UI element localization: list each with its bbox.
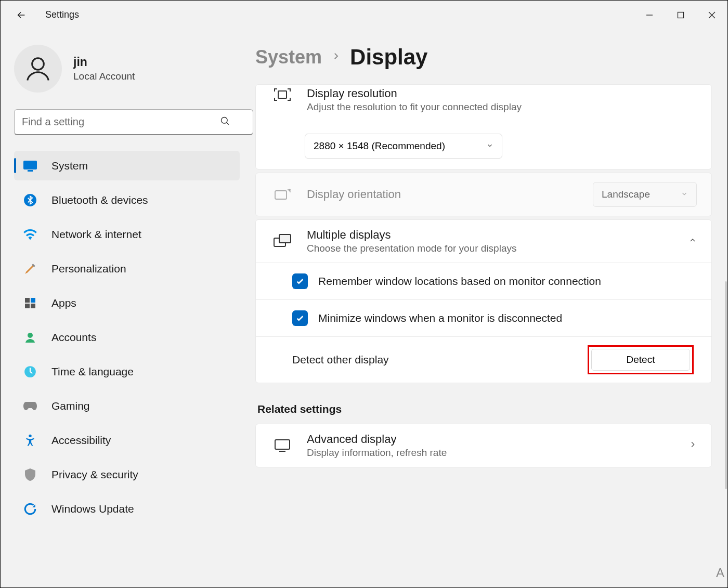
nav-item-network[interactable]: Network & internet xyxy=(14,219,240,249)
multiple-subtitle: Choose the presentation mode for your di… xyxy=(307,243,682,254)
chevron-down-icon xyxy=(486,140,493,152)
advanced-subtitle: Display information, refresh rate xyxy=(307,447,682,459)
accessibility-icon xyxy=(22,433,38,448)
accounts-icon xyxy=(22,330,38,345)
back-button[interactable] xyxy=(11,5,32,25)
username: jin xyxy=(73,55,135,70)
search-wrap xyxy=(14,109,240,135)
svg-line-6 xyxy=(227,123,229,125)
nav-item-privacy[interactable]: Privacy & security xyxy=(14,460,240,489)
minimize-windows-row[interactable]: Minimize windows when a monitor is disco… xyxy=(256,299,711,336)
nav-label: Time & language xyxy=(51,365,134,378)
nav-label: Windows Update xyxy=(51,503,134,515)
search-icon xyxy=(220,116,230,128)
arrow-left-icon xyxy=(16,9,27,21)
svg-rect-1 xyxy=(678,12,684,18)
nav-label: Network & internet xyxy=(51,228,141,241)
chevron-right-icon xyxy=(688,440,697,451)
chevron-right-icon xyxy=(331,51,341,63)
user-block[interactable]: jin Local Account xyxy=(14,45,240,93)
nav-item-windows-update[interactable]: Windows Update xyxy=(14,494,240,524)
update-icon xyxy=(22,501,38,517)
nav-item-system[interactable]: System xyxy=(14,151,240,180)
orientation-value: Landscape xyxy=(602,189,650,200)
nav-item-personalization[interactable]: Personalization xyxy=(14,254,240,283)
apps-icon xyxy=(22,295,38,311)
shield-icon xyxy=(22,467,38,482)
remember-locations-row[interactable]: Remember window locations based on monit… xyxy=(256,263,711,299)
detect-highlight: Detect xyxy=(588,345,694,374)
minimize-button[interactable] xyxy=(634,5,665,25)
gamepad-icon xyxy=(22,398,38,414)
nav-item-apps[interactable]: Apps xyxy=(14,288,240,318)
svg-rect-21 xyxy=(275,440,290,449)
nav-item-accessibility[interactable]: Accessibility xyxy=(14,425,240,455)
system-icon xyxy=(22,158,38,174)
nav-list: System Bluetooth & devices Network & int… xyxy=(14,151,240,524)
resolution-icon xyxy=(270,87,294,102)
advanced-title: Advanced display xyxy=(307,433,682,446)
minimize-windows-label: Minimize windows when a monitor is disco… xyxy=(318,311,562,325)
nav-label: Privacy & security xyxy=(51,468,138,481)
multiple-displays-header[interactable]: Multiple displays Choose the presentatio… xyxy=(256,220,711,263)
remember-locations-label: Remember window locations based on monit… xyxy=(318,274,601,289)
minimize-icon xyxy=(646,11,653,19)
multiple-displays-icon xyxy=(270,233,294,249)
nav-item-gaming[interactable]: Gaming xyxy=(14,391,240,421)
display-orientation-card: Display orientation Landscape xyxy=(255,173,712,216)
svg-point-4 xyxy=(32,58,44,70)
resolution-title: Display resolution xyxy=(307,87,697,100)
svg-rect-8 xyxy=(28,170,33,172)
svg-point-16 xyxy=(29,434,31,437)
maximize-icon xyxy=(677,11,684,19)
resolution-value: 2880 × 1548 (Recommended) xyxy=(314,140,445,152)
nav-item-time-language[interactable]: Time & language xyxy=(14,357,240,386)
title-bar: Settings xyxy=(1,1,727,29)
checkmark-icon xyxy=(295,277,305,286)
nav-item-bluetooth[interactable]: Bluetooth & devices xyxy=(14,185,240,215)
nav-item-accounts[interactable]: Accounts xyxy=(14,322,240,352)
scrollbar[interactable] xyxy=(725,281,727,489)
nav-label: Bluetooth & devices xyxy=(51,194,148,206)
checkmark-icon xyxy=(295,313,305,323)
breadcrumb: System Display xyxy=(255,45,712,70)
multiple-title: Multiple displays xyxy=(307,228,682,242)
resolution-dropdown[interactable]: 2880 × 1548 (Recommended) xyxy=(305,134,502,159)
display-resolution-card: Display resolution Adjust the resolution… xyxy=(255,84,712,169)
avatar xyxy=(14,45,62,93)
detect-label: Detect other display xyxy=(292,352,389,367)
orientation-icon xyxy=(270,187,294,202)
monitor-icon xyxy=(270,438,294,453)
close-button[interactable] xyxy=(696,5,727,25)
svg-rect-12 xyxy=(25,304,30,308)
nav-label: Accounts xyxy=(51,331,96,344)
search-input[interactable] xyxy=(14,109,253,135)
detect-button[interactable]: Detect xyxy=(591,349,690,371)
breadcrumb-parent[interactable]: System xyxy=(255,46,322,68)
chevron-up-icon xyxy=(688,236,697,246)
svg-rect-18 xyxy=(275,191,287,199)
svg-rect-20 xyxy=(279,234,291,243)
close-icon xyxy=(708,11,716,19)
svg-rect-7 xyxy=(23,161,37,169)
window-controls xyxy=(634,5,727,25)
maximize-button[interactable] xyxy=(665,5,696,25)
svg-point-14 xyxy=(28,333,33,338)
svg-rect-13 xyxy=(31,304,35,308)
orientation-dropdown: Landscape xyxy=(593,182,697,207)
minimize-windows-checkbox[interactable] xyxy=(292,310,308,326)
person-icon xyxy=(24,55,52,83)
remember-locations-checkbox[interactable] xyxy=(292,273,308,289)
advanced-display-card[interactable]: Advanced display Display information, re… xyxy=(255,424,712,467)
related-heading: Related settings xyxy=(257,403,712,415)
svg-rect-11 xyxy=(31,298,35,303)
chevron-down-icon xyxy=(681,189,688,200)
svg-rect-17 xyxy=(278,91,287,98)
nav-label: Accessibility xyxy=(51,434,111,447)
bluetooth-icon xyxy=(22,192,38,208)
nav-label: Apps xyxy=(51,297,76,309)
nav-label: Personalization xyxy=(51,263,126,275)
sidebar: jin Local Account System Bluetooth & dev… xyxy=(1,29,255,587)
main-pane: System Display Display resolution Adjust… xyxy=(255,29,727,587)
paintbrush-icon xyxy=(22,261,38,277)
